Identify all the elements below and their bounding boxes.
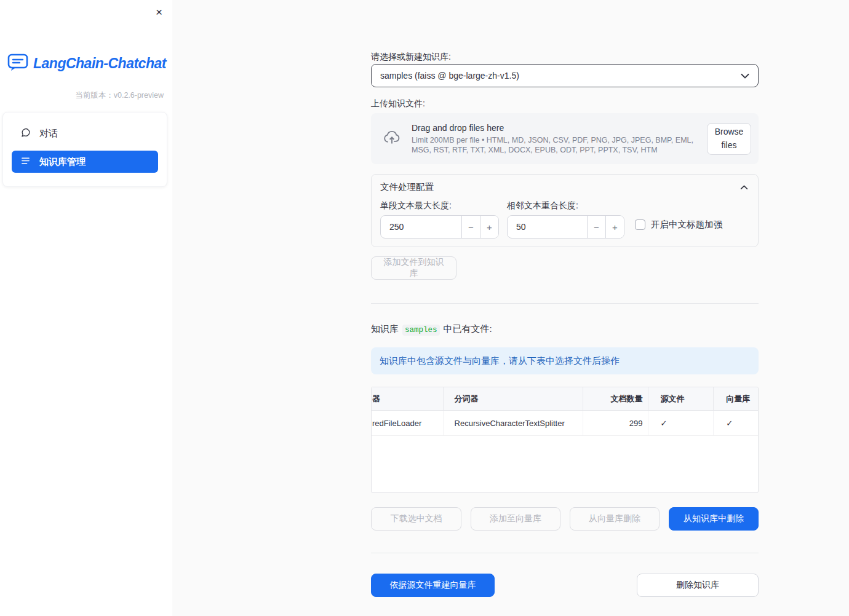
list-icon [20, 156, 31, 168]
cell-source-check: ✓ [648, 411, 714, 435]
table-header-vector[interactable]: 向量库 [713, 387, 758, 410]
kb-bottom-actions: 依据源文件重建向量库 删除知识库 [371, 574, 759, 597]
plus-icon[interactable]: + [480, 216, 498, 238]
table-header-source[interactable]: 源文件 [648, 387, 714, 410]
sidebar-item-label: 对话 [39, 128, 58, 140]
table-header-row: 器 分词器 文档数量 源文件 向量库 [372, 387, 758, 411]
overlap-size-field: 相邻文本重合长度: 50 − + [507, 199, 624, 239]
cell-doc-count: 299 [583, 411, 648, 435]
rebuild-vector-store-button[interactable]: 依据源文件重建向量库 [371, 574, 495, 597]
overlap-size-input[interactable]: 50 − + [507, 215, 624, 239]
cell-splitter: RecursiveCharacterTextSplitter [443, 411, 583, 435]
chat-bubble-icon [20, 127, 31, 140]
info-banner: 知识库中包含源文件与向量库，请从下表中选择文件后操作 [371, 347, 759, 374]
browse-files-button[interactable]: Browse files [707, 123, 751, 155]
plus-icon[interactable]: + [605, 216, 624, 238]
file-uploader-dropzone[interactable]: Drag and drop files here Limit 200MB per… [371, 113, 759, 164]
upload-label: 上传知识文件: [371, 97, 759, 109]
sidebar: × LangChain-Chatchat 当前版本：v0.2.6-preview [0, 0, 172, 616]
kb-selectbox-value: samples (faiss @ bge-large-zh-v1.5) [380, 71, 519, 81]
app-title: LangChain-Chatchat [33, 55, 166, 72]
sidebar-item-kb-management[interactable]: 知识库管理 [12, 151, 158, 173]
sidebar-menu: 对话 知识库管理 [2, 112, 167, 187]
delete-kb-button[interactable]: 删除知识库 [637, 574, 759, 597]
chunk-size-input[interactable]: 250 − + [380, 215, 499, 239]
table-actions: 下载选中文档 添加至向量库 从向量库删除 从知识库中删除 [371, 507, 759, 531]
minus-icon[interactable]: − [461, 216, 480, 238]
divider [371, 303, 759, 304]
app-logo: LangChain-Chatchat [7, 53, 172, 74]
cell-loader: redFileLoader [372, 411, 443, 435]
file-config-expander: 文件处理配置 单段文本最大长度: 250 − + [371, 174, 759, 247]
download-selected-button[interactable]: 下载选中文档 [371, 507, 461, 531]
delete-from-vector-button[interactable]: 从向量库删除 [570, 507, 660, 531]
app-root: × LangChain-Chatchat 当前版本：v0.2.6-preview [0, 0, 849, 616]
sidebar-item-label: 知识库管理 [39, 156, 86, 168]
chevron-up-icon [740, 181, 748, 192]
chunk-size-value[interactable]: 250 [381, 216, 461, 238]
cell-vector-check: ✓ [713, 411, 758, 435]
chunk-size-field: 单段文本最大长度: 250 − + [380, 199, 499, 239]
table-header-doc-count[interactable]: 文档数量 [583, 387, 648, 410]
chevron-down-icon [741, 70, 749, 81]
checkbox-box[interactable] [635, 219, 645, 230]
table-header-splitter[interactable]: 分词器 [443, 387, 583, 410]
content-column: 请选择或新建知识库: samples (faiss @ bge-large-zh… [371, 0, 759, 597]
logo-chat-icon [7, 53, 28, 74]
sidebar-close-icon[interactable]: × [153, 4, 165, 20]
divider [371, 553, 759, 553]
kb-selectbox[interactable]: samples (faiss @ bge-large-zh-v1.5) [371, 64, 759, 87]
add-files-to-kb-button[interactable]: 添加文件到知识库 [371, 256, 456, 280]
table-row[interactable]: redFileLoader RecursiveCharacterTextSpli… [372, 411, 758, 436]
cloud-upload-icon [381, 128, 403, 149]
kb-files-table[interactable]: 器 分词器 文档数量 源文件 向量库 redFileLoader Recursi… [371, 387, 759, 493]
delete-from-kb-button[interactable]: 从知识库中删除 [669, 507, 759, 531]
chunk-size-label: 单段文本最大长度: [380, 199, 499, 211]
zh-title-enhance-checkbox[interactable]: 开启中文标题加强 [635, 219, 722, 231]
kb-name-code: samples [402, 325, 440, 336]
uploader-limits: Limit 200MB per file • HTML, MD, JSON, C… [412, 135, 698, 155]
expander-title: 文件处理配置 [380, 181, 434, 193]
main-area: 请选择或新建知识库: samples (faiss @ bge-large-zh… [172, 0, 849, 616]
kb-files-heading: 知识库 samples 中已有文件: [371, 323, 759, 337]
sidebar-item-chat[interactable]: 对话 [12, 122, 158, 144]
kb-select-label: 请选择或新建知识库: [371, 50, 759, 63]
checkbox-label: 开启中文标题加强 [651, 219, 722, 231]
table-header-loader[interactable]: 器 [372, 387, 443, 410]
minus-icon[interactable]: − [587, 216, 605, 238]
expander-body: 单段文本最大长度: 250 − + 相邻文本重合长度: 50 − + [372, 199, 758, 247]
version-text: 当前版本：v0.2.6-preview [0, 90, 172, 101]
overlap-size-label: 相邻文本重合长度: [507, 199, 624, 211]
uploader-title: Drag and drop files here [412, 123, 698, 133]
uploader-instructions: Drag and drop files here Limit 200MB per… [412, 123, 698, 155]
add-to-vector-button[interactable]: 添加至向量库 [471, 507, 560, 531]
expander-header[interactable]: 文件处理配置 [372, 175, 758, 199]
overlap-size-value[interactable]: 50 [508, 216, 587, 238]
